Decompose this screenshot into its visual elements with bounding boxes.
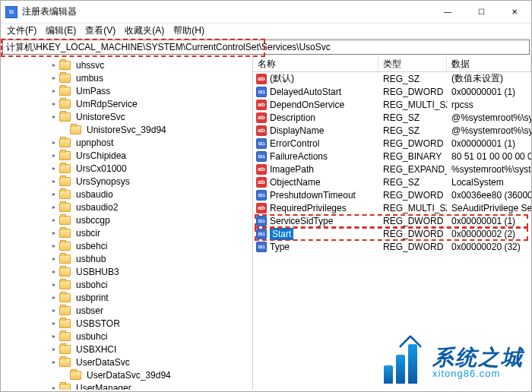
folder-icon: [59, 74, 71, 83]
list-row[interactable]: RequiredPrivilegesREG_MULTI_SZSeAuditPri…: [253, 201, 531, 214]
tree-item[interactable]: ▸UnistoreSvc: [49, 110, 252, 123]
folder-icon: [59, 216, 71, 225]
tree-item[interactable]: ▸UrsCx01000: [49, 162, 252, 175]
expand-icon[interactable]: ▸: [49, 254, 58, 263]
tree-item-label: usbehci: [74, 240, 109, 252]
expand-icon[interactable]: ▸: [49, 138, 58, 147]
menu-help[interactable]: 帮助(H): [169, 23, 209, 39]
expand-icon[interactable]: ▸: [49, 242, 58, 250]
menubar: 文件(F) 编辑(E) 查看(V) 收藏夹(A) 帮助(H): [1, 24, 531, 39]
value-name: ImagePath: [270, 163, 314, 175]
list-row[interactable]: DisplayNameREG_SZ@%systemroot%\system32: [253, 124, 531, 137]
folder-icon: [59, 151, 71, 160]
expand-icon[interactable]: ▸: [49, 100, 58, 108]
expand-icon[interactable]: ▸: [49, 358, 58, 366]
list-row[interactable]: FailureActionsREG_BINARY80 51 01 00 00 0…: [253, 150, 531, 163]
tree-item-label: usbcir: [74, 227, 103, 239]
list-row[interactable]: DependOnServiceREG_MULTI_SZrpcss: [253, 98, 531, 111]
folder-icon: [59, 242, 71, 251]
tree-item[interactable]: ▸UrsSynopsys: [49, 175, 252, 188]
expand-icon[interactable]: ▸: [49, 164, 58, 172]
tree-item[interactable]: ▸uhssvc: [49, 58, 252, 71]
expand-icon[interactable]: ▸: [49, 267, 58, 276]
tree-item-label: UserDataSvc_39d94: [84, 369, 173, 381]
header-name[interactable]: 名称: [253, 55, 378, 71]
expand-icon[interactable]: ▸: [49, 306, 58, 315]
expand-icon[interactable]: ▸: [49, 74, 58, 82]
list-row[interactable]: ImagePathREG_EXPAND_SZ%systemroot%\syste…: [253, 163, 531, 175]
expand-icon[interactable]: ▸: [49, 293, 58, 302]
maximize-button[interactable]: ☐: [464, 1, 498, 24]
string-icon: [256, 125, 267, 136]
folder-icon: [59, 112, 71, 122]
expand-icon[interactable]: ▸: [49, 61, 58, 69]
header-type[interactable]: 类型: [378, 55, 447, 71]
address-input[interactable]: 计算机\HKEY_LOCAL_MACHINE\SYSTEM\CurrentCon…: [2, 40, 530, 55]
expand-icon[interactable]: ▸: [49, 216, 58, 224]
menu-file[interactable]: 文件(F): [2, 23, 41, 39]
close-button[interactable]: ✕: [498, 1, 531, 24]
expand-icon[interactable]: ▸: [49, 280, 58, 289]
tree-item[interactable]: ▸UrsChipidea: [49, 149, 252, 162]
tree-item[interactable]: ▸usbcir: [49, 226, 252, 239]
cell-type: REG_DWORD: [378, 138, 447, 149]
tree-item[interactable]: ▸usbohci: [49, 278, 252, 291]
menu-favorites[interactable]: 收藏夹(A): [120, 23, 169, 39]
expand-icon[interactable]: [60, 371, 68, 379]
list-row[interactable]: PreshutdownTimeoutREG_DWORD0x0036ee80 (3…: [253, 188, 531, 201]
expand-icon[interactable]: ▸: [49, 384, 58, 390]
list-row[interactable]: ErrorControlREG_DWORD0x00000001 (1): [253, 137, 531, 150]
tree-item[interactable]: ▸usbaudio: [49, 188, 252, 201]
value-name: DelayedAutoStart: [270, 86, 341, 98]
tree-item[interactable]: ▸usbehci: [49, 239, 252, 252]
expand-icon[interactable]: ▸: [49, 332, 58, 340]
expand-icon[interactable]: ▸: [49, 203, 58, 211]
menu-view[interactable]: 查看(V): [81, 23, 120, 39]
list-row[interactable]: DescriptionREG_SZ@%systemroot%\system32: [253, 111, 531, 124]
expand-icon[interactable]: ▸: [49, 319, 58, 327]
tree-item-label: usbuhci: [74, 330, 109, 343]
tree-item[interactable]: ▸usbuhci: [49, 330, 252, 343]
menu-edit[interactable]: 编辑(E): [41, 23, 81, 39]
tree-item[interactable]: ▸umbus: [49, 71, 252, 84]
cell-name: Description: [253, 112, 378, 124]
list-row[interactable]: ServiceSidTypeREG_DWORD0x00000001 (1): [253, 214, 531, 227]
expand-icon[interactable]: ▸: [49, 87, 58, 95]
string-icon: [256, 164, 267, 175]
expand-icon[interactable]: ▸: [49, 112, 58, 121]
value-name: DisplayName: [270, 125, 324, 137]
tree-item[interactable]: ▸usbaudio2: [49, 201, 252, 213]
list-body[interactable]: (默认)REG_SZ(数值未设置)DelayedAutoStartREG_DWO…: [253, 72, 531, 390]
expand-icon[interactable]: ▸: [49, 177, 58, 185]
tree-item[interactable]: UnistoreSvc_39d94: [60, 123, 252, 136]
expand-icon[interactable]: ▸: [49, 190, 58, 198]
minimize-button[interactable]: —: [431, 1, 464, 24]
cell-type: REG_EXPAND_SZ: [378, 164, 447, 175]
tree-item[interactable]: UserDataSvc_39d94: [60, 368, 252, 381]
tree-item[interactable]: ▸UmPass: [49, 84, 252, 97]
tree-item[interactable]: ▸USBSTOR: [49, 317, 252, 330]
tree-item[interactable]: ▸USBXHCI: [49, 343, 252, 356]
list-row[interactable]: DelayedAutoStartREG_DWORD0x00000001 (1): [253, 85, 531, 98]
folder-icon: [59, 306, 71, 315]
expand-icon[interactable]: ▸: [49, 151, 58, 160]
list-row[interactable]: (默认)REG_SZ(数值未设置): [253, 72, 531, 85]
tree-item[interactable]: ▸USBHUB3: [49, 265, 252, 278]
tree-item[interactable]: ▸UmRdpService: [49, 97, 252, 110]
expand-icon[interactable]: ▸: [49, 229, 58, 237]
tree-item[interactable]: ▸UserDataSvc: [49, 356, 252, 368]
expand-icon[interactable]: [60, 125, 68, 134]
tree-item[interactable]: ▸usbccgp: [49, 213, 252, 226]
list-row[interactable]: TypeREG_DWORD0x00000020 (32): [253, 240, 531, 253]
list-row[interactable]: ObjectNameREG_SZLocalSystem: [253, 175, 531, 188]
treeview[interactable]: ▸uhssvc▸umbus▸UmPass▸UmRdpService▸Unisto…: [1, 55, 253, 390]
tree-item[interactable]: ▸usbser: [49, 304, 252, 317]
cell-name: DelayedAutoStart: [253, 86, 378, 98]
list-row[interactable]: StartREG_DWORD0x00000002 (2): [253, 227, 531, 240]
expand-icon[interactable]: ▸: [49, 345, 58, 353]
tree-item[interactable]: ▸usbprint: [49, 291, 252, 304]
tree-item[interactable]: ▸UserManager: [49, 381, 252, 390]
header-data[interactable]: 数据: [447, 55, 531, 71]
tree-item[interactable]: ▸usbhub: [49, 252, 252, 265]
tree-item[interactable]: ▸upnphost: [49, 136, 252, 149]
